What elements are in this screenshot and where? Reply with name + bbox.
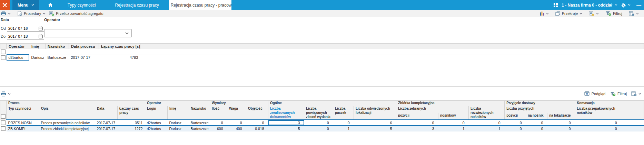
cell-imie[interactable]: Dariusz: [168, 126, 189, 132]
col-waga[interactable]: Waga: [227, 106, 246, 120]
menu-button[interactable]: Menu: [12, 0, 39, 10]
cell-laczny-czas[interactable]: 4783: [99, 54, 140, 61]
cell-zebranych-pozycji[interactable]: 3: [396, 126, 438, 132]
summary-col-nazwisko[interactable]: Nazwisko: [46, 44, 69, 49]
col-zebranych-pozycji[interactable]: pozycji: [396, 113, 438, 120]
cell-imie[interactable]: Dariusz: [29, 54, 46, 61]
col-przyjetych-na-nosnik[interactable]: na nośnik: [526, 113, 547, 120]
cell-zebranych-pozycji[interactable]: 0: [396, 120, 438, 126]
col-data[interactable]: Data: [95, 106, 118, 120]
summary-col-laczny-czas[interactable]: Łączny czas pracy [s]: [99, 44, 140, 49]
row-checkbox[interactable]: [1, 120, 6, 125]
detail-filter-button[interactable]: Filtruj: [610, 91, 627, 96]
cell-na-lokalizacje[interactable]: 0: [547, 120, 575, 126]
date-from-field[interactable]: [7, 25, 44, 31]
cell-na-nosnik[interactable]: 0: [526, 126, 547, 132]
settings-menu[interactable]: [621, 3, 631, 8]
cell-na-lokalizacje[interactable]: 0: [547, 126, 575, 132]
cell-na-nosnik[interactable]: 0: [526, 120, 547, 126]
cell-zrealizowanych[interactable]: 5: [268, 126, 304, 132]
cell-objetosc[interactable]: 0.018: [246, 126, 268, 132]
cell-przyjetych-pozycji[interactable]: 0: [505, 126, 526, 132]
cell-powiazanych[interactable]: 0: [304, 126, 333, 132]
cell-rozwiezionych[interactable]: 0: [469, 120, 505, 126]
cell-przyjetych-pozycji[interactable]: 0: [505, 120, 526, 126]
cell-waga[interactable]: 0: [227, 120, 246, 126]
cell-przepakowanych[interactable]: 0: [575, 126, 621, 132]
row-checkbox[interactable]: [1, 126, 6, 131]
cell-zrealizowanych[interactable]: 3: [268, 120, 304, 126]
cell-opis[interactable]: Proces zbiórki kompletacyjnej: [39, 126, 95, 132]
detail-row[interactable]: PRZES.NOSN Proces przesunięcia nośników …: [0, 120, 644, 126]
cell-paczek[interactable]: 1: [333, 126, 354, 132]
filter-cell[interactable]: [99, 49, 140, 54]
cell-login[interactable]: d2bartos: [145, 126, 168, 132]
select-all-checkbox[interactable]: [1, 49, 6, 54]
filter-cell[interactable]: [7, 49, 29, 54]
col-liczba-paczek[interactable]: Liczba paczek: [333, 106, 354, 120]
detail-row[interactable]: ZB.KOMPL Proces zbiórki kompletacyjnej 2…: [0, 126, 644, 132]
company-selector[interactable]: 1 - Nasza firma 0 - oddział: [562, 3, 617, 8]
cell-odwiedzonych[interactable]: 5: [354, 126, 396, 132]
cell-ilosc[interactable]: 0: [210, 120, 227, 126]
select-all-checkbox[interactable]: [1, 114, 6, 119]
col-imie[interactable]: Imię: [168, 106, 189, 120]
tab-rejestracja-czasu-pracy-pracownicy[interactable]: Rejestracja czasu pracy - pracowni: [169, 0, 231, 10]
tab-typy-czynnosci[interactable]: Typy czynności: [58, 0, 105, 10]
cell-data-procesu[interactable]: 2017-07-17: [69, 54, 99, 61]
cell-imie[interactable]: Dariusz: [168, 120, 189, 126]
summary-col-imie[interactable]: Imię: [29, 44, 46, 49]
cell-data[interactable]: 2017-07-17: [95, 126, 118, 132]
summary-row[interactable]: d2bartos Dariusz Bartoszcze 2017-07-17 4…: [0, 54, 644, 61]
filter-cell[interactable]: [46, 49, 69, 54]
col-objetosc[interactable]: Objętość: [246, 106, 268, 120]
cell-nazwisko[interactable]: Bartoszcze: [189, 126, 210, 132]
summary-col-data-procesu[interactable]: Data procesu: [69, 44, 99, 49]
pane-splitter[interactable]: [0, 87, 644, 87]
summary-col-operator[interactable]: Operator: [7, 44, 29, 49]
aggregate-settings-button[interactable]: [587, 11, 601, 16]
date-to-input[interactable]: [8, 34, 33, 38]
col-liczba-zrealizowanych-dokumentow[interactable]: Liczba zrealizowanych dokumentów: [268, 106, 304, 120]
date-from-input[interactable]: [8, 26, 33, 30]
col-laczny-czas-pracy[interactable]: Łączny czas pracy: [118, 106, 145, 120]
cell-data[interactable]: 2017-07-17: [95, 120, 118, 126]
detail-print-button[interactable]: [0, 91, 12, 97]
minimize-button[interactable]: —: [636, 2, 641, 8]
col-liczba-odwiedzonych-lokalizacji[interactable]: Liczba odwiedzonych lokalizacji: [354, 106, 396, 120]
cell-typ[interactable]: ZB.KOMPL: [7, 126, 39, 132]
cell-zebranych-nosnikow[interactable]: 0: [438, 120, 469, 126]
preview-button[interactable]: Podgląd: [584, 91, 605, 96]
col-liczba-przepakowanych-nosnikow[interactable]: Liczba przepakowanych nośników: [575, 106, 621, 120]
cell-opis[interactable]: Proces przesunięcia nośników: [39, 120, 95, 126]
cell-login[interactable]: d2bartos: [145, 120, 168, 126]
procedures-button[interactable]: Procedury: [16, 11, 47, 16]
calendar-icon[interactable]: [39, 34, 43, 38]
cell-odwiedzonych[interactable]: 6: [354, 120, 396, 126]
cell-typ[interactable]: PRZES.NOSN: [7, 120, 39, 126]
cell-objetosc[interactable]: 0: [246, 120, 268, 126]
col-nazwisko[interactable]: Nazwisko: [189, 106, 210, 120]
col-liczba-powiazanych-zlecen[interactable]: Liczba powiązanych zleceń wydania: [304, 106, 333, 120]
recalculate-aggregate-button[interactable]: Przelicz zawartość agregatu: [47, 11, 105, 16]
detail-grid-settings-button[interactable]: [631, 91, 641, 96]
col-opis[interactable]: Opis: [39, 106, 95, 120]
cell-nazwisko[interactable]: Bartoszcze: [46, 54, 69, 61]
print-button[interactable]: [0, 11, 12, 16]
col-przyjetych-na-lokalizacje[interactable]: na lokalizację: [547, 113, 575, 120]
col-typ-czynnosci[interactable]: Typ czynności: [7, 106, 39, 120]
cell-operator[interactable]: d2bartos: [7, 54, 29, 61]
cell-rozwiezionych[interactable]: 1: [469, 126, 505, 132]
row-checkbox[interactable]: [1, 55, 6, 60]
cell-powiazanych[interactable]: 0: [304, 120, 333, 126]
apps-grid-icon[interactable]: [554, 3, 558, 7]
tab-rejestracja-czasu-pracy[interactable]: Rejestracja czasu pracy: [105, 0, 168, 10]
col-login[interactable]: Login: [145, 106, 168, 120]
col-przyjetych-pozycji[interactable]: pozycji: [505, 113, 526, 120]
cell-waga[interactable]: 400: [227, 126, 246, 132]
cell-czas[interactable]: 1272: [118, 126, 145, 132]
grid-settings-button[interactable]: [627, 11, 641, 16]
cell-zebranych-nosnikow[interactable]: 1: [438, 126, 469, 132]
cell-przepakowanych[interactable]: 0: [575, 120, 621, 126]
filter-cell[interactable]: [69, 49, 99, 54]
